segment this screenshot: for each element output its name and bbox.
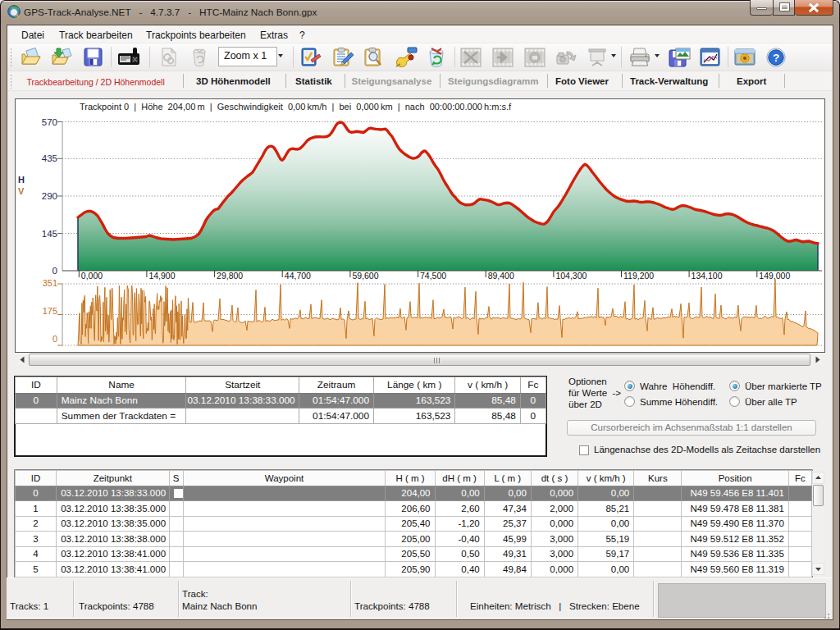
- svg-text:?: ?: [773, 52, 779, 64]
